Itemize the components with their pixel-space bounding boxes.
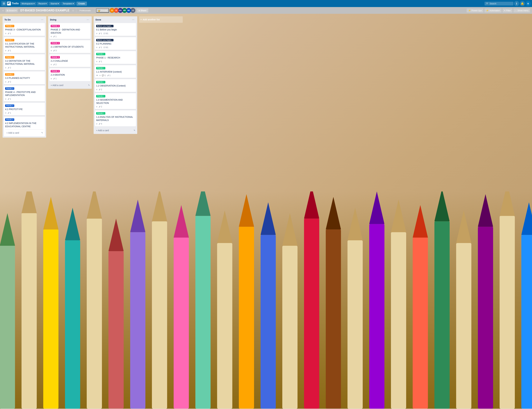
card[interactable]: PHASE 3 PHASE 3 - CONCEPTUALISATION ≡🖇1 [4,23,45,36]
card-title: 0.2 PLANNING [96,42,135,46]
card-meta-attach: 🖇1 [99,46,102,48]
recent-menu[interactable]: Recent ▾ [37,2,48,5]
card-meta-lines: ≡ [51,77,52,80]
card-label: PHASE 3 [5,25,14,27]
card-meta-attach: 🖇1 [99,32,102,35]
search-icon: 🔍 [486,2,489,5]
create-button[interactable]: Create [76,2,87,6]
member-avatar-2[interactable]: B [114,8,119,13]
card-footer: ≡🖇1 [5,98,44,100]
description-icon: ≡ [96,46,97,48]
add-card-button[interactable]: + Add a card [49,83,87,87]
card-template-icon[interactable]: ✎ [133,129,136,132]
svg-rect-42 [391,232,406,409]
share-button[interactable]: & Share [137,9,148,12]
card-label: PHASE 1 [96,112,105,115]
card-title: 4.1 PROTOTYPE [5,108,44,111]
card-meta-comment: 💬1 [102,74,106,77]
card[interactable]: Before you begin... 0.1 Before you begin… [95,23,136,36]
user-avatar[interactable]: B [526,1,531,6]
member-avatar-5[interactable]: ME [126,8,131,13]
automation-button[interactable]: ⚡ Automation [484,9,502,12]
svg-rect-20 [152,221,167,409]
card-meta-lines: ≡ [51,35,52,38]
card-label: PHASE 2 [51,25,60,27]
list-menu-button[interactable]: ··· [86,18,90,21]
board-type-icon: ⊞ [7,9,9,12]
add-card-button[interactable]: + Add a card [5,130,41,135]
card[interactable]: PHASE 1 1.1 INTERVIEW (context) 👁≡💬1🖇1 [95,65,136,78]
member-avatar-1[interactable]: B [110,8,114,13]
card[interactable]: PHASE 1 1.4 ANALYSIS OF INSTRUCTIONAL MA… [95,110,136,126]
card[interactable]: PHASE 2 2.3 IDEATION ≡🖇1 [49,68,90,81]
card-label: PHASE 1 [96,81,105,83]
card-title: 1.2 OBSERVATION (Context) [96,84,135,87]
star-button[interactable]: ☆ [72,9,74,12]
svg-marker-27 [217,211,232,243]
card-template-icon[interactable]: ✎ [41,131,44,134]
list-menu-button[interactable]: ··· [40,18,44,21]
card-title: PHASE 4 - PROTOTYPE AND IMPLEMENTATION [5,91,44,97]
card-title: 0.1 Before you begin [96,28,135,31]
svg-rect-6 [0,246,15,409]
description-icon: ≡ [5,49,6,52]
card-footer: ≡🖇1 [51,35,89,38]
svg-marker-13 [65,208,80,240]
trello-logo[interactable]: Trello [7,2,19,5]
list-title: Doing [50,19,86,21]
member-avatar-extra[interactable]: +2 [131,8,135,13]
filter-button[interactable]: ≡ Filter [503,9,512,12]
add-card-button[interactable]: + Add a card [95,128,133,133]
list-title: To Do [4,19,40,21]
board-type-selector[interactable]: ⊞ Board ▾ [5,9,18,12]
description-icon: ≡ [96,123,97,125]
grid-icon[interactable]: ⊞ [1,1,6,6]
workspace-button[interactable]: Profesorado [78,9,92,12]
card[interactable]: PHASE 3 3.2 DEFINITION OF THE INSTRUCTIO… [4,54,45,70]
search-bar[interactable]: 🔍 Search [484,2,513,5]
notifications-icon[interactable]: 🔔 [520,1,525,6]
card[interactable]: PHASE 1 1.2 OBSERVATION (Context) ≡🖇2 [95,79,136,92]
card[interactable]: PHASE 3 3.3 PLANNED ACTIVITY ≡🖇2 [4,71,45,84]
card[interactable]: PHASE 4 PHASE 4 - PROTOTYPE AND IMPLEMEN… [4,85,45,102]
card[interactable]: PHASE 1 1.3 SEGMENTATION AND SELECTION ≡… [95,93,136,109]
show-menu-button[interactable]: ··· Show menu [513,9,530,12]
card-meta-attach: 🖇1 [53,35,57,38]
description-icon: ≡ [99,74,101,77]
list-header: Doing ··· [49,18,90,22]
card-template-icon[interactable]: ✎ [87,84,90,87]
privacy-button[interactable]: 🔒 Private [96,8,109,13]
card-meta-lines: ≡ [5,112,6,114]
attachment-icon: 🖇 [99,60,101,63]
member-avatar-3[interactable]: DG [118,8,123,13]
card[interactable]: PHASE 2 2.2 CHALLENGE ≡🖇2 [49,54,90,67]
card[interactable]: PHASE 4 4.1 PROTOTYPE ≡🖇1 [4,103,45,115]
card-label: PHASE 4 [5,118,14,121]
back-button[interactable]: ‹ [2,8,4,13]
card-label: PHASE 4 [5,87,14,90]
attachment-icon: 🖇 [53,49,55,52]
card-meta-attach: 🖇1 [8,32,11,35]
card-meta-attach: 🖇2 [8,67,11,69]
card-meta-attach: 🖇1 [8,49,11,52]
card[interactable]: PHASE 1 PHASE 1 - RESEARCH ≡🖇1 [95,51,136,64]
card[interactable]: PHASE 2 2.1 DEFINITION OF STUDENTS ≡🖇3 [49,40,90,53]
lock-icon: 🔒 [98,9,100,12]
card[interactable]: PHASE 2 PHASE 2 - DEFINITION AND IDEATIO… [49,23,90,39]
templates-menu[interactable]: Templates ▾ [61,2,76,5]
card-meta-attach: 🖇2 [8,81,11,83]
card-footer: ≡🖇1 [5,49,44,52]
starred-menu[interactable]: Starred ▾ [49,2,61,5]
card[interactable]: Before you begin... 0.2 PLANNING ≡🖇1☑0/1 [95,37,136,50]
power-ups-button[interactable]: ⚡ Power-Ups [467,9,484,12]
board-background: To Do ··· PHASE 3 PHASE 3 - CONCEPTUALIS… [0,14,532,409]
card[interactable]: PHASE 4 4.2 IMPLEMENTATION IN THE EDUCAT… [4,117,45,136]
workspaces-menu[interactable]: Workspaces ▾ [20,2,36,5]
add-list-button[interactable]: +Add another list [139,16,183,23]
svg-marker-23 [174,205,189,238]
card[interactable]: PHASE 3 3.1 JUSTIFICATION OF THE INSTRUC… [4,37,45,53]
automation-icon: ⚡ [486,9,489,12]
info-icon[interactable]: ℹ [514,1,519,6]
member-avatar-4[interactable]: MR [122,8,127,13]
list-menu-button[interactable]: ··· [131,18,135,21]
